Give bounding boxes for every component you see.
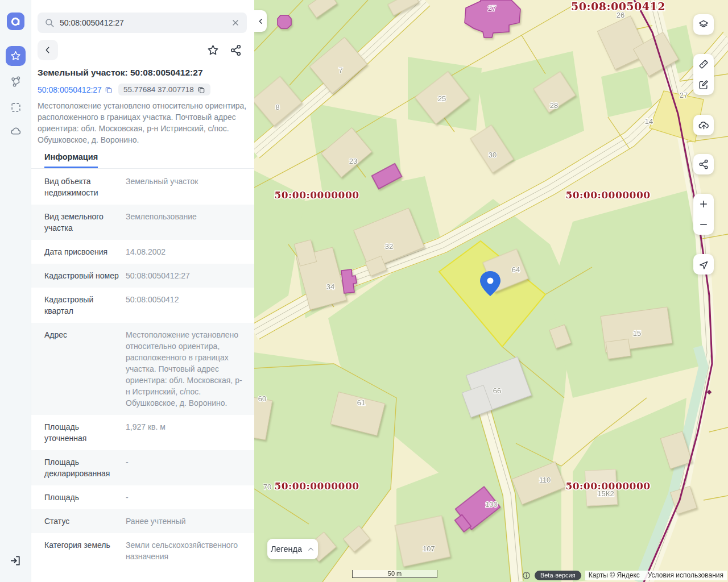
clear-search-icon[interactable] [231,18,240,27]
search-bar [38,13,247,33]
search-icon [44,18,55,28]
row-value: - [126,455,245,481]
tab-information[interactable]: Информация [44,149,98,168]
map-canvas[interactable]: 50:08:005041250:00:000000050:00:00000005… [254,0,728,582]
row-value: 50:08:0050412:27 [126,268,245,283]
sign-in-button[interactable] [9,554,23,568]
row-value: - [126,490,245,505]
logo-glyph [10,15,22,28]
row-label: Вид объекта недвижимости [44,174,126,200]
share-button[interactable] [229,44,242,59]
back-button[interactable] [38,40,58,60]
parcel-number: 14 [645,117,653,126]
table-row: Дата присвоения14.08.2002 [31,240,254,264]
beta-badge: Beta-версия [535,571,581,580]
parcel-number: 7 [338,66,342,74]
parcel-number: 60 [258,394,266,403]
row-label: Кадастровый номер [44,268,126,283]
row-label: Адрес [44,327,126,410]
sidebar-item-favorites[interactable] [6,46,26,66]
share-icon [698,159,709,170]
parcel-number: 26 [617,11,624,19]
chips-row: 50:08:0050412:27 55.77684 37.007718 [38,84,210,95]
parcel-number: 30 [489,151,497,159]
scale-bar: 50 m [352,570,437,578]
share-control [693,154,714,174]
table-row: Площадь- [31,485,254,509]
share-icon [229,44,242,57]
favorite-button[interactable] [206,44,220,59]
chevron-up-icon [307,546,315,553]
parcel-number: 64 [512,265,520,274]
parcel-number: 32 [385,242,393,251]
table-row: Вид объекта недвижимостиЗемельный участо… [31,169,254,205]
measure-edit-control [693,54,714,95]
terms-link[interactable]: Условия использования [648,571,723,579]
row-value: 1,927 кв. м [126,419,245,446]
sidebar-item-area-select[interactable] [9,100,23,114]
row-value: Землепользование [126,209,245,235]
table-row: СтатусРанее учтенный [31,509,254,533]
row-label: Категория земель [44,538,126,564]
map-area[interactable]: 50:08:005041250:00:000000050:00:00000005… [254,0,728,582]
row-label: Площадь уточненная [44,419,126,446]
table-row: Площадь декларированная- [31,450,254,485]
icon-rail [0,0,31,582]
parcel-number: 110 [539,476,551,484]
row-value: 50:08:0050412 [126,292,245,318]
layers-icon [698,19,709,30]
copy-icon[interactable] [105,86,113,94]
minus-icon [698,219,709,230]
cadastral-number-text: 50:08:0050412:27 [38,85,102,94]
parcel-number: 107 [423,544,435,553]
parcel-number: 23 [349,157,357,165]
quarter-label: 50:00:0000000 [274,189,359,201]
parcel-number: 8 [275,103,279,111]
row-value: Местоположение установлено относительно … [126,327,245,410]
page-title: Земельный участок: 50:08:0050412:27 [38,68,249,78]
row-label: Площадь [44,490,126,505]
info-icon [522,571,531,580]
measure-button[interactable] [693,54,714,74]
parcel-number: 15 [633,329,641,338]
sidebar-item-cloud-layers[interactable] [9,124,23,138]
tabs: Информация [31,149,254,169]
table-row: АдресМестоположение установлено относите… [31,323,254,415]
row-label: Площадь декларированная [44,455,126,481]
zoom-out-button[interactable] [693,214,714,235]
zoom-in-button[interactable] [693,194,714,214]
cloud-upload-icon [698,119,710,131]
row-label: Статус [44,514,126,529]
map-share-button[interactable] [693,154,714,174]
coordinates-chip[interactable]: 55.77684 37.007718 [118,84,210,95]
legend-button[interactable]: Легенда [267,539,318,559]
app-logo[interactable] [7,13,24,30]
locate-button[interactable] [693,254,714,275]
parcel-number: 27 [680,91,688,99]
row-label: Вид земельного участка [44,209,126,235]
chevron-left-icon [43,45,52,55]
yandex-copyright-link[interactable]: Карты © Яндекс [589,571,640,579]
table-row: Кадастровый номер50:08:0050412:27 [31,264,254,288]
ruler-icon [698,59,709,70]
search-input[interactable] [60,18,231,27]
edit-button[interactable] [693,74,714,95]
zoom-control [693,194,714,235]
copyright-strip: Карты © Яндекс Условия использования [585,571,727,580]
table-row: Площадь уточненная1,927 кв. м [31,415,254,450]
parcel-number: 100 [485,500,498,509]
layers-button[interactable] [693,14,714,35]
info-button[interactable] [522,571,531,580]
collapse-panel-button[interactable] [254,10,267,32]
info-panel: Земельный участок: 50:08:0050412:27 50:0… [31,0,254,582]
row-value: Ранее учтенный [126,514,245,529]
table-row: Кадастровый квартал50:08:0050412 [31,288,254,323]
sign-in-icon [9,554,22,567]
cloud-icon [9,124,22,138]
cadastral-number-link[interactable]: 50:08:0050412:27 [38,85,113,94]
upload-button[interactable] [693,115,714,135]
row-label: Кадастровый квартал [44,292,126,318]
parcel-number: 34 [326,282,334,291]
sidebar-item-polygon-tools[interactable] [9,74,23,89]
copy-icon[interactable] [197,86,205,94]
